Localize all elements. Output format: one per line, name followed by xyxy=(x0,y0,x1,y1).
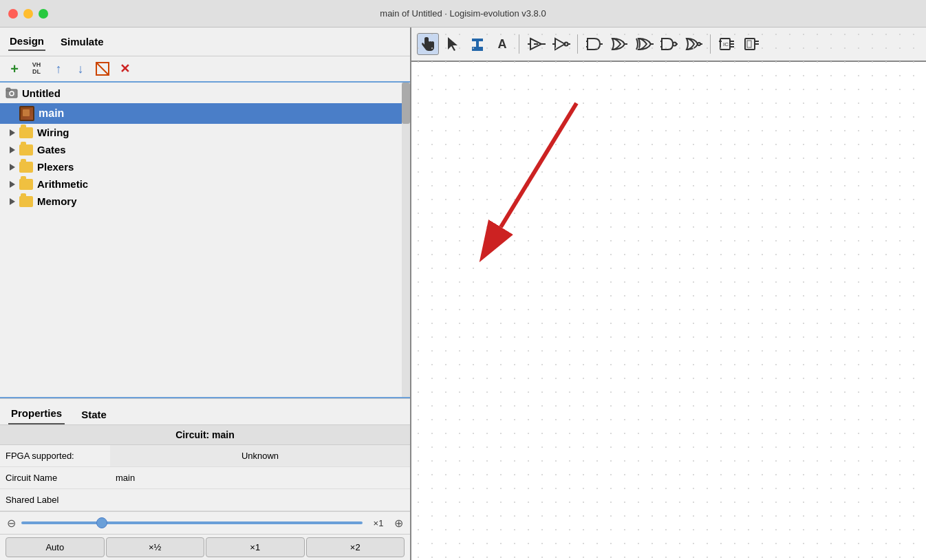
svg-line-1 xyxy=(96,63,109,75)
tree-item-main[interactable]: main xyxy=(0,103,410,124)
design-toolbar: + VHDL ↑ ↓ ✕ xyxy=(0,56,410,83)
props-label-shared: Shared Label xyxy=(0,489,110,510)
zoom-level: ×1 xyxy=(368,518,389,528)
title-bar: main of Untitled · Logisim-evolution v3.… xyxy=(0,0,926,28)
delete-button[interactable]: ✕ xyxy=(116,60,133,78)
app-body: Design Simulate + VHDL ↑ ↓ ✕ xyxy=(0,28,926,560)
close-button[interactable] xyxy=(8,9,18,19)
props-label-circuit-name: Circuit Name xyxy=(0,467,110,488)
zoom-slider-container[interactable] xyxy=(21,516,363,530)
tree-item-wiring[interactable]: Wiring xyxy=(0,124,410,141)
tree-scrollbar-track xyxy=(402,83,410,397)
props-row-circuit-name: Circuit Name main xyxy=(0,467,410,489)
folder-icon-wiring xyxy=(19,127,33,138)
folder-icon-arithmetic xyxy=(19,179,33,190)
folder-icon-memory xyxy=(19,196,33,207)
canvas-grid[interactable] xyxy=(411,28,926,560)
root-label: Untitled xyxy=(22,87,61,99)
props-value-circuit-name: main xyxy=(110,467,410,488)
tree-item-plexers[interactable]: Plexers xyxy=(0,158,410,175)
properties-panel: Properties State Circuit: main FPGA supp… xyxy=(0,398,410,511)
expand-arrow-memory xyxy=(10,198,15,205)
tab-properties[interactable]: Properties xyxy=(8,403,65,424)
maximize-button[interactable] xyxy=(39,9,48,19)
props-row-fpga: FPGA supported: Unknown xyxy=(0,445,410,467)
properties-header: Circuit: main xyxy=(0,425,410,445)
properties-table: FPGA supported: Unknown Circuit Name mai… xyxy=(0,445,410,511)
props-row-shared-label: Shared Label xyxy=(0,489,410,511)
tree-item-memory[interactable]: Memory xyxy=(0,193,410,210)
move-up-button[interactable]: ↑ xyxy=(50,60,67,78)
tree-item-memory-label: Memory xyxy=(37,195,77,207)
menu-design[interactable]: Design xyxy=(8,32,45,51)
left-panel: Design Simulate + VHDL ↑ ↓ ✕ xyxy=(0,28,411,560)
vhdl-button[interactable]: VHDL xyxy=(28,60,45,78)
add-circuit-button[interactable]: + xyxy=(6,60,23,78)
zoom-out-icon[interactable]: ⊖ xyxy=(7,517,16,530)
tree-item-plexers-label: Plexers xyxy=(37,161,74,173)
props-value-fpga: Unknown xyxy=(110,445,410,466)
zoom-auto-button[interactable]: Auto xyxy=(6,537,105,557)
project-tree[interactable]: Untitled main Wiring Gates xyxy=(0,83,410,398)
canvas-area[interactable]: A xyxy=(411,28,926,560)
move-down-button[interactable]: ↓ xyxy=(72,60,89,78)
zoom-slider-thumb[interactable] xyxy=(96,517,107,528)
tree-root-untitled[interactable]: Untitled xyxy=(0,83,410,103)
folder-icon-gates xyxy=(19,144,33,155)
window-title: main of Untitled · Logisim-evolution v3.… xyxy=(380,8,546,19)
tree-item-main-label: main xyxy=(39,107,64,120)
minimize-button[interactable] xyxy=(23,9,33,19)
zoom-2x-button[interactable]: ×2 xyxy=(306,537,405,557)
edit-button[interactable] xyxy=(94,60,111,78)
zoom-buttons-row: Auto ×½ ×1 ×2 xyxy=(0,534,410,560)
props-value-shared xyxy=(110,489,410,510)
tree-item-gates-label: Gates xyxy=(37,144,66,155)
menu-bar: Design Simulate xyxy=(0,28,410,56)
tree-item-gates[interactable]: Gates xyxy=(0,141,410,158)
zoom-bar: ⊖ ×1 ⊕ xyxy=(0,511,410,534)
zoom-half-button[interactable]: ×½ xyxy=(106,537,205,557)
zoom-in-icon[interactable]: ⊕ xyxy=(394,517,403,530)
tab-state[interactable]: State xyxy=(78,405,109,424)
expand-arrow-plexers xyxy=(10,164,15,171)
folder-icon-plexers xyxy=(19,162,33,173)
chip-icon xyxy=(19,106,34,121)
tree-item-arithmetic[interactable]: Arithmetic xyxy=(0,175,410,193)
expand-arrow-wiring xyxy=(10,129,15,136)
tree-item-arithmetic-label: Arithmetic xyxy=(37,178,88,190)
svg-rect-39 xyxy=(411,28,926,560)
zoom-1x-button[interactable]: ×1 xyxy=(206,537,305,557)
tree-item-wiring-label: Wiring xyxy=(37,127,69,138)
expand-arrow-arithmetic xyxy=(10,181,15,188)
tree-scrollbar-thumb[interactable] xyxy=(402,83,410,124)
zoom-slider-track xyxy=(21,521,363,524)
menu-simulate[interactable]: Simulate xyxy=(59,33,105,50)
props-label-fpga: FPGA supported: xyxy=(0,445,110,466)
window-controls xyxy=(8,9,48,19)
properties-tabs: Properties State xyxy=(0,399,410,425)
svg-rect-3 xyxy=(6,88,10,91)
expand-arrow-gates xyxy=(10,147,15,153)
